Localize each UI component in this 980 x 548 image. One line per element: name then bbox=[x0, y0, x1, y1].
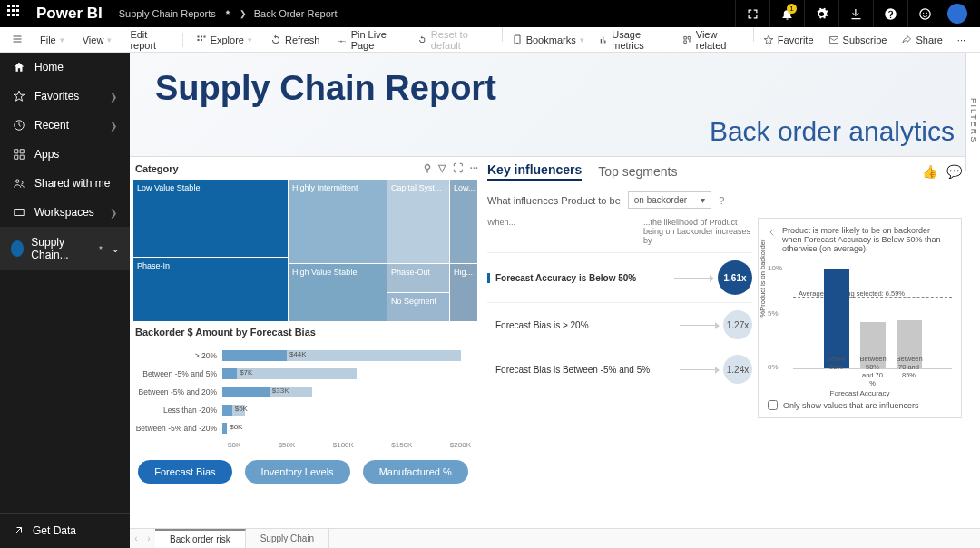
clock-icon bbox=[13, 119, 25, 132]
related-icon bbox=[682, 34, 692, 45]
avatar[interactable] bbox=[947, 4, 967, 24]
treemap-cell[interactable]: Low Value Stable bbox=[133, 180, 288, 257]
edit-report-button[interactable]: Edit report bbox=[122, 27, 176, 53]
favorite-button[interactable]: Favorite bbox=[756, 27, 821, 53]
tab-key-influencers[interactable]: Key influencers bbox=[487, 162, 582, 181]
workspace-avatar-icon bbox=[11, 240, 24, 257]
comment-icon[interactable]: 💬 bbox=[946, 164, 962, 179]
view-menu[interactable]: View▾ bbox=[75, 27, 120, 53]
tab-prev-icon[interactable]: ‹ bbox=[130, 533, 142, 543]
more-button[interactable]: ··· bbox=[950, 27, 973, 53]
pill-manufactured[interactable]: Manufactured % bbox=[363, 460, 468, 484]
influencer-item[interactable]: Forecast Bias is > 20%1.27x bbox=[487, 302, 752, 347]
people-icon bbox=[13, 177, 25, 190]
report-title: Supply Chain Report bbox=[155, 69, 955, 108]
current-workspace[interactable]: Supply Chain... ⌄ bbox=[0, 227, 130, 270]
chevron-right-icon: ❯ bbox=[240, 9, 247, 18]
page-tab-back-order-risk[interactable]: Back order risk bbox=[155, 529, 246, 548]
pin-button[interactable]: Pin Live Page bbox=[330, 27, 410, 53]
explore-menu[interactable]: Explore▾ bbox=[189, 27, 260, 53]
page-tab-supply-chain[interactable]: Supply Chain bbox=[246, 529, 329, 548]
nav-home[interactable]: Home bbox=[0, 53, 130, 82]
treemap-cell[interactable]: Phase-In bbox=[133, 258, 288, 321]
nav-apps[interactable]: Apps bbox=[0, 140, 130, 169]
focus-icon[interactable]: ⛶ bbox=[453, 162, 463, 174]
tab-top-segments[interactable]: Top segments bbox=[598, 164, 677, 179]
report-header: Supply Chain Report Back order analytics bbox=[130, 53, 980, 157]
only-influencers-checkbox[interactable]: Only show values that are influencers bbox=[768, 400, 952, 410]
chevron-right-icon: ❯ bbox=[110, 208, 117, 218]
influence-target-select[interactable]: on backorder bbox=[628, 191, 711, 209]
reset-button[interactable]: Reset to default bbox=[410, 27, 500, 53]
svg-point-0 bbox=[920, 8, 930, 18]
filters-pane-toggle[interactable]: FILTERS bbox=[965, 53, 980, 171]
more-icon[interactable]: ··· bbox=[470, 162, 478, 174]
app-launcher-icon[interactable] bbox=[7, 5, 25, 23]
nav-workspaces[interactable]: Workspaces❯ bbox=[0, 198, 130, 227]
star-icon bbox=[763, 34, 774, 45]
header-actions: 1 bbox=[735, 0, 973, 27]
treemap-cell[interactable]: Highly Intermittent bbox=[289, 180, 387, 263]
reset-icon bbox=[417, 34, 427, 45]
subscribe-button[interactable]: Subscribe bbox=[821, 27, 895, 53]
settings-icon[interactable] bbox=[804, 0, 838, 27]
chevron-right-icon: ❯ bbox=[110, 92, 117, 102]
arrow-icon bbox=[13, 525, 24, 536]
pin-icon bbox=[338, 34, 347, 45]
thumbs-up-icon[interactable]: 👍 bbox=[922, 164, 937, 179]
certified-icon bbox=[97, 244, 104, 253]
treemap-cell[interactable]: High Value Stable bbox=[289, 264, 387, 321]
fullscreen-icon[interactable] bbox=[735, 0, 769, 27]
pill-inventory[interactable]: Inventory Levels bbox=[245, 460, 350, 484]
breadcrumb-level1[interactable]: Supply Chain Reports bbox=[119, 8, 216, 19]
help-icon[interactable]: ? bbox=[719, 195, 724, 206]
treemap-cell[interactable]: No Segment bbox=[387, 293, 449, 321]
category-treemap[interactable]: Low Value Stable Phase-In Highly Intermi… bbox=[133, 180, 478, 321]
breadcrumb-level2[interactable]: Back Order Report bbox=[254, 8, 338, 19]
view-related-button[interactable]: View related bbox=[675, 27, 751, 53]
chevron-down-icon: ⌄ bbox=[112, 244, 119, 254]
usage-metrics-button[interactable]: Usage metrics bbox=[592, 27, 676, 53]
svg-point-4 bbox=[16, 180, 20, 183]
nav-recent[interactable]: Recent❯ bbox=[0, 111, 130, 140]
back-arrow-icon[interactable] bbox=[768, 228, 777, 237]
global-header: Power BI Supply Chain Reports ❯ Back Ord… bbox=[0, 0, 980, 27]
backorder-barchart[interactable]: > 20%$44K Between -5% and 5%$7K Between … bbox=[133, 343, 478, 528]
key-influencers-visual[interactable]: Key influencers Top segments 👍💬 What inf… bbox=[478, 157, 980, 528]
notifications-icon[interactable]: 1 bbox=[769, 0, 804, 27]
svg-point-2 bbox=[926, 12, 927, 13]
feedback-icon[interactable] bbox=[907, 0, 942, 27]
share-button[interactable]: Share bbox=[894, 27, 949, 53]
bookmarks-menu[interactable]: Bookmarks▾ bbox=[505, 27, 592, 53]
left-nav: Home Favorites❯ Recent❯ Apps Shared with… bbox=[0, 53, 130, 548]
treemap-cell[interactable]: Hig... bbox=[450, 264, 477, 321]
help-icon[interactable] bbox=[873, 0, 907, 27]
apps-icon bbox=[13, 148, 25, 161]
report-subtitle: Back order analytics bbox=[710, 116, 955, 147]
svg-point-1 bbox=[923, 12, 924, 13]
treemap-cell[interactable]: Phase-Out bbox=[387, 264, 449, 292]
download-icon[interactable] bbox=[838, 0, 873, 27]
nav-shared[interactable]: Shared with me bbox=[0, 169, 130, 198]
filter-icon[interactable]: ▽ bbox=[438, 162, 446, 174]
refresh-button[interactable]: Refresh bbox=[263, 27, 328, 53]
treemap-cell[interactable]: Low... bbox=[450, 180, 477, 263]
influencer-item[interactable]: Forecast Bias is Between -5% and 5%1.24x bbox=[487, 347, 752, 391]
detail-bar-chart: %Product is on backorder 10% 5% 0% Avera… bbox=[768, 259, 952, 395]
barchart-title: Backorder $ Amount by Forecast Bias bbox=[133, 321, 478, 343]
chart-bar[interactable] bbox=[824, 269, 849, 368]
influencer-item[interactable]: Forecast Accuracy is Below 50%1.61x bbox=[487, 252, 752, 302]
hamburger-icon[interactable] bbox=[7, 28, 33, 52]
get-data-button[interactable]: Get Data bbox=[0, 513, 130, 548]
treemap-cell[interactable]: Capital Syst... bbox=[387, 180, 449, 263]
page-tabs: ‹ › Back order risk Supply Chain bbox=[130, 528, 980, 548]
report-canvas: Supply Chain Report Back order analytics… bbox=[130, 53, 980, 548]
nav-favorites[interactable]: Favorites❯ bbox=[0, 82, 130, 111]
treemap-title: Category ⚲ ▽ ⛶ ··· bbox=[133, 157, 478, 180]
tab-next-icon[interactable]: › bbox=[142, 533, 155, 543]
pill-forecast-bias[interactable]: Forecast Bias bbox=[138, 460, 231, 484]
pin-visual-icon[interactable]: ⚲ bbox=[424, 162, 431, 174]
explore-icon bbox=[196, 34, 207, 45]
file-menu[interactable]: File▾ bbox=[33, 27, 72, 53]
refresh-icon bbox=[270, 34, 281, 45]
